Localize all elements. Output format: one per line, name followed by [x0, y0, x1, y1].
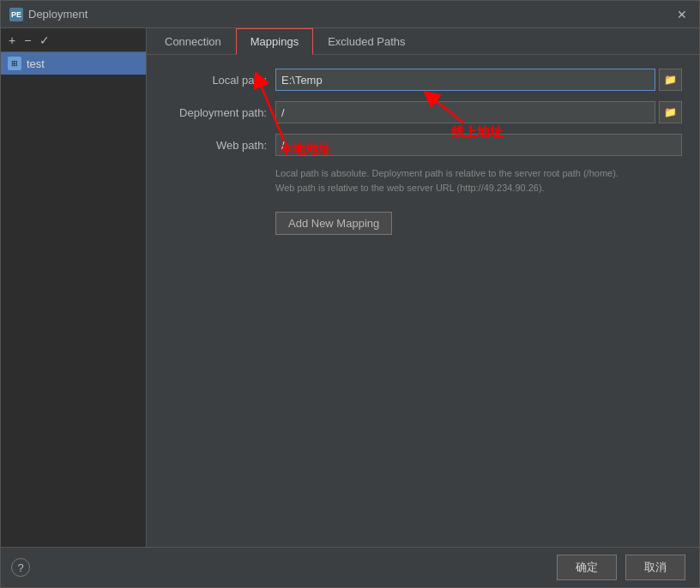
- bottom-bar: 确定 取消: [1, 547, 699, 587]
- local-path-row: Local path: 📁: [164, 69, 682, 91]
- web-path-input-wrapper: [275, 134, 682, 156]
- mappings-tab-content: Local path: 📁 Deployment path: 📁: [147, 55, 699, 547]
- local-path-input[interactable]: [275, 69, 655, 91]
- title-bar: PE Deployment ✕: [1, 1, 699, 28]
- deployment-path-input-wrapper: 📁: [275, 101, 682, 123]
- deployment-path-row: Deployment path: 📁: [164, 101, 682, 123]
- tabs-bar: Connection Mappings Excluded Paths: [147, 28, 699, 55]
- close-button[interactable]: ✕: [673, 6, 691, 23]
- local-path-input-wrapper: 📁: [275, 69, 682, 91]
- deployment-path-browse-button[interactable]: 📁: [659, 101, 682, 123]
- main-content: + − ✓ ⊞ test Connection Mappings Exclude…: [1, 28, 699, 547]
- tab-mappings[interactable]: Mappings: [236, 28, 313, 55]
- folder-icon-2: 📁: [664, 106, 677, 118]
- local-path-label: Local path:: [164, 74, 275, 87]
- web-path-input[interactable]: [275, 134, 682, 156]
- title-bar-controls: ✕: [673, 6, 691, 23]
- web-path-row: Web path:: [164, 134, 682, 156]
- sidebar: + − ✓ ⊞ test: [1, 28, 147, 547]
- local-path-browse-button[interactable]: 📁: [659, 69, 682, 91]
- title-bar-left: PE Deployment: [9, 8, 88, 21]
- tab-excluded-paths[interactable]: Excluded Paths: [313, 28, 419, 55]
- ok-button[interactable]: 确定: [557, 555, 617, 580]
- add-new-mapping-button[interactable]: Add New Mapping: [275, 212, 392, 235]
- folder-icon: 📁: [664, 74, 677, 86]
- check-server-button[interactable]: ✓: [37, 33, 52, 48]
- annotations-overlay: 本地地址 线上地址: [147, 55, 699, 547]
- web-path-label: Web path:: [164, 139, 275, 152]
- cancel-button[interactable]: 取消: [625, 555, 685, 580]
- help-text: Local path is absolute. Deployment path …: [275, 166, 682, 195]
- deployment-path-label: Deployment path:: [164, 106, 275, 119]
- right-panel: Connection Mappings Excluded Paths Local…: [147, 28, 699, 547]
- tab-connection[interactable]: Connection: [150, 28, 236, 55]
- window-title: Deployment: [28, 8, 88, 21]
- app-icon: PE: [9, 8, 23, 21]
- help-text-line1: Local path is absolute. Deployment path …: [275, 166, 682, 181]
- remove-server-button[interactable]: −: [21, 33, 33, 48]
- sidebar-toolbar: + − ✓: [1, 28, 146, 52]
- deployment-path-input[interactable]: [275, 101, 655, 123]
- server-icon: ⊞: [8, 57, 21, 70]
- help-text-line2: Web path is relative to the web server U…: [275, 181, 682, 195]
- help-button[interactable]: ?: [11, 558, 30, 577]
- deployment-dialog: PE Deployment ✕ + − ✓ ⊞ test: [0, 0, 700, 588]
- sidebar-item-label: test: [27, 57, 45, 70]
- add-server-button[interactable]: +: [6, 33, 18, 48]
- sidebar-item-test[interactable]: ⊞ test: [1, 52, 146, 75]
